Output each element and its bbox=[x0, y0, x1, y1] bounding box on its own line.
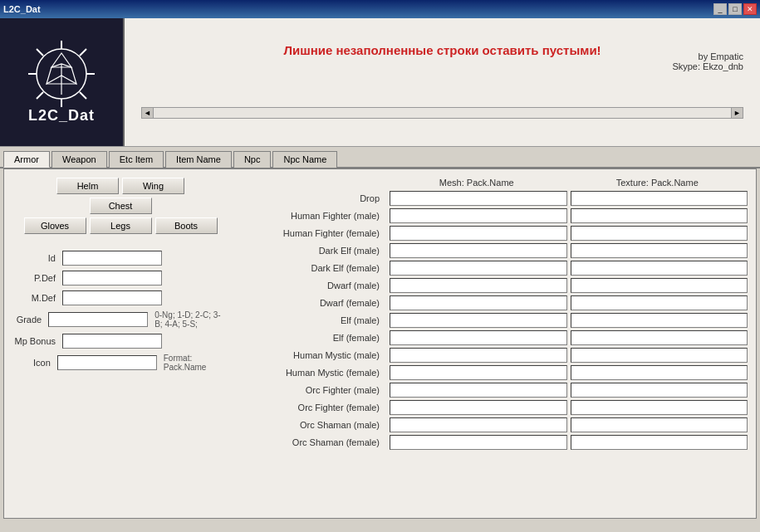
row-label-de-male: Dark Elf (male) bbox=[237, 246, 386, 256]
hf-female-texture-input[interactable] bbox=[571, 226, 748, 241]
tab-armor[interactable]: Armor bbox=[3, 151, 50, 168]
svg-line-7 bbox=[37, 92, 43, 99]
table-row: Orc Fighter (female) bbox=[237, 400, 748, 415]
boots-button[interactable]: Boots bbox=[155, 217, 218, 234]
os-female-texture-input[interactable] bbox=[571, 435, 748, 450]
svg-line-6 bbox=[80, 49, 86, 56]
row-label-de-female: Dark Elf (female) bbox=[237, 263, 386, 273]
right-panel: Mesh: Pack.Name Texture: Pack.Name Drop … bbox=[237, 178, 748, 452]
header: L2C_Dat Лишние незаполненные строки оста… bbox=[0, 18, 760, 147]
of-female-texture-input[interactable] bbox=[571, 400, 748, 415]
mdef-input[interactable] bbox=[62, 290, 162, 305]
hf-male-texture-input[interactable] bbox=[571, 208, 748, 223]
hm-female-mesh-input[interactable] bbox=[390, 365, 567, 380]
logo-icon bbox=[28, 41, 95, 107]
mdef-field-row: M.Def bbox=[12, 290, 228, 305]
main-layout: Helm Wing Chest Gloves Legs Boots bbox=[12, 178, 748, 452]
mp-bonus-input[interactable] bbox=[62, 334, 162, 349]
header-content: Лишние незаполненные строки оставить пус… bbox=[125, 18, 760, 146]
mesh-col-header: Mesh: Pack.Name bbox=[386, 178, 567, 188]
icon-input[interactable] bbox=[57, 355, 157, 370]
de-male-mesh-input[interactable] bbox=[390, 243, 567, 258]
os-male-mesh-input[interactable] bbox=[390, 417, 567, 432]
drop-mesh-input[interactable] bbox=[390, 191, 567, 206]
app-title: L2C_Dat bbox=[3, 4, 41, 14]
of-male-mesh-input[interactable] bbox=[390, 383, 567, 398]
row-label-hf-male: Human Fighter (male) bbox=[237, 211, 386, 221]
of-female-mesh-input[interactable] bbox=[390, 400, 567, 415]
id-field-row: Id bbox=[12, 251, 228, 266]
dw-male-texture-input[interactable] bbox=[571, 278, 748, 293]
minimize-button[interactable]: _ bbox=[713, 3, 727, 15]
logo-text: L2C_Dat bbox=[28, 107, 95, 124]
elf-female-texture-input[interactable] bbox=[571, 330, 748, 345]
chest-button[interactable]: Chest bbox=[90, 198, 152, 214]
row-label-elf-male: Elf (male) bbox=[237, 315, 386, 325]
legs-button[interactable]: Legs bbox=[90, 217, 152, 234]
dw-male-mesh-input[interactable] bbox=[390, 278, 567, 293]
hm-male-texture-input[interactable] bbox=[571, 348, 748, 363]
table-row: Human Mystic (female) bbox=[237, 365, 748, 380]
maximize-button[interactable]: □ bbox=[728, 3, 742, 15]
dw-female-texture-input[interactable] bbox=[571, 295, 748, 310]
tab-weapon[interactable]: Weapon bbox=[51, 151, 107, 168]
table-row: Dwarf (male) bbox=[237, 278, 748, 293]
os-female-mesh-input[interactable] bbox=[390, 435, 567, 450]
title-bar-left: L2C_Dat bbox=[3, 4, 41, 14]
table-row: Orc Shaman (male) bbox=[237, 417, 748, 432]
tab-etc-item[interactable]: Etc Item bbox=[109, 151, 164, 168]
wing-button[interactable]: Wing bbox=[122, 178, 184, 194]
row-label-dw-female: Dwarf (female) bbox=[237, 298, 386, 308]
row-label-of-male: Orc Fighter (male) bbox=[237, 385, 386, 395]
table-row: Elf (male) bbox=[237, 313, 748, 328]
de-female-texture-input[interactable] bbox=[571, 261, 748, 276]
title-bar: L2C_Dat _ □ ✕ bbox=[0, 0, 760, 18]
mesh-table: Mesh: Pack.Name Texture: Pack.Name Drop … bbox=[237, 178, 748, 450]
de-male-texture-input[interactable] bbox=[571, 243, 748, 258]
svg-line-8 bbox=[80, 92, 86, 99]
table-row: Human Fighter (female) bbox=[237, 226, 748, 241]
row-label-of-female: Orc Fighter (female) bbox=[237, 403, 386, 412]
of-male-texture-input[interactable] bbox=[571, 383, 748, 398]
os-male-texture-input[interactable] bbox=[571, 417, 748, 432]
tab-item-name[interactable]: Item Name bbox=[165, 151, 232, 168]
id-input[interactable] bbox=[62, 251, 162, 266]
table-row: Elf (female) bbox=[237, 330, 748, 345]
mdef-label: M.Def bbox=[12, 293, 62, 303]
tab-bar: Armor Weapon Etc Item Item Name Npc Npc … bbox=[0, 147, 760, 168]
main-window: L2C_Dat Лишние незаполненные строки оста… bbox=[0, 18, 760, 532]
hm-male-mesh-input[interactable] bbox=[390, 348, 567, 363]
drop-texture-input[interactable] bbox=[571, 191, 748, 206]
content-area: Helm Wing Chest Gloves Legs Boots bbox=[3, 168, 757, 519]
row-label-elf-female: Elf (female) bbox=[237, 333, 386, 343]
fields-section: Id P.Def M.Def Grade 0-Ng; 1-D; 2- bbox=[12, 251, 228, 372]
mp-bonus-field-row: Mp Bonus bbox=[12, 334, 228, 349]
elf-male-texture-input[interactable] bbox=[571, 313, 748, 328]
table-row: Orc Fighter (male) bbox=[237, 383, 748, 398]
gloves-button[interactable]: Gloves bbox=[24, 217, 86, 234]
hf-male-mesh-input[interactable] bbox=[390, 208, 567, 223]
helm-button[interactable]: Helm bbox=[56, 178, 119, 194]
texture-col-header: Texture: Pack.Name bbox=[567, 178, 748, 188]
logo-area: L2C_Dat bbox=[0, 18, 125, 146]
hf-female-mesh-input[interactable] bbox=[390, 226, 567, 241]
dw-female-mesh-input[interactable] bbox=[390, 295, 567, 310]
row-label-os-male: Orc Shaman (male) bbox=[237, 420, 386, 430]
close-button[interactable]: ✕ bbox=[743, 3, 757, 15]
left-panel: Helm Wing Chest Gloves Legs Boots bbox=[12, 178, 228, 452]
skype-line: Skype: Ekzo_dnb bbox=[672, 61, 743, 71]
pdef-input[interactable] bbox=[62, 271, 162, 286]
icon-field-row: Icon Format: Pack.Name bbox=[12, 354, 228, 372]
elf-female-mesh-input[interactable] bbox=[390, 330, 567, 345]
pdef-label: P.Def bbox=[12, 273, 62, 283]
de-female-mesh-input[interactable] bbox=[390, 261, 567, 276]
tab-npc-name[interactable]: Npc Name bbox=[272, 151, 337, 168]
armor-row-3: Gloves Legs Boots bbox=[24, 217, 218, 234]
mesh-table-header: Mesh: Pack.Name Texture: Pack.Name bbox=[237, 178, 748, 188]
tab-npc[interactable]: Npc bbox=[233, 151, 272, 168]
elf-male-mesh-input[interactable] bbox=[390, 313, 567, 328]
grade-input[interactable] bbox=[48, 312, 148, 327]
hm-female-texture-input[interactable] bbox=[571, 365, 748, 380]
table-row: Dwarf (female) bbox=[237, 295, 748, 310]
header-info: by Empatic Skype: Ekzo_dnb bbox=[672, 51, 743, 71]
